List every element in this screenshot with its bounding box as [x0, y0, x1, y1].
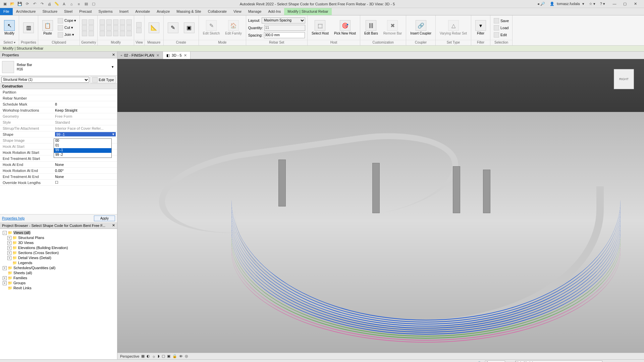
cope-button[interactable]: Cope ▾	[56, 17, 77, 24]
property-row[interactable]: Hook At EndNone	[0, 162, 117, 168]
paste-button[interactable]: 📋Paste	[40, 19, 55, 36]
properties-button[interactable]: ▥	[21, 22, 36, 34]
sun-path-icon[interactable]: ☼	[152, 354, 155, 358]
spacing-input[interactable]	[264, 32, 305, 38]
layout-select[interactable]: Maximum Spacing	[262, 17, 305, 23]
browser-close-button[interactable]: ✕	[112, 223, 115, 228]
edit-bars-button[interactable]: |||Edit Bars	[362, 19, 380, 36]
select-host-button[interactable]: ⬚Select Host	[310, 19, 331, 36]
copy-icon[interactable]	[100, 25, 105, 31]
create-group-button[interactable]: ▣	[182, 22, 197, 34]
tree-node[interactable]: +📁 Families	[1, 276, 116, 281]
property-row[interactable]: Stirrup/Tie AttachmentInterior Face of C…	[0, 125, 117, 131]
array-icon[interactable]	[113, 31, 118, 36]
shadows-icon[interactable]: ◗	[158, 354, 160, 358]
shape-option[interactable]: 99 -1	[54, 148, 111, 153]
shape-option[interactable]: 01	[54, 143, 111, 148]
crop-view-icon[interactable]: ▢	[162, 354, 165, 358]
scale-icon[interactable]	[120, 25, 125, 31]
load-selection-button[interactable]: Load	[492, 24, 510, 31]
shape-option[interactable]: 99 -2	[54, 153, 111, 158]
thin-lines-icon[interactable]: ≡	[76, 1, 82, 7]
tree-node[interactable]: +📁 Sections (Cross Section)	[1, 250, 116, 255]
tree-node[interactable]: −📁 Views (all)	[1, 230, 116, 235]
property-value[interactable]: Free Form	[54, 114, 117, 118]
tab-massing[interactable]: Massing & Site	[173, 8, 204, 15]
text-icon[interactable]: A	[61, 1, 67, 7]
mod-icon-a[interactable]	[126, 19, 132, 25]
geom-icon-1[interactable]	[82, 19, 87, 25]
type-selector[interactable]: Rebar BarH16 ▾	[0, 58, 117, 76]
modify-button[interactable]: ↖Modify	[2, 19, 17, 36]
property-value[interactable]: Keep Straight	[54, 108, 117, 112]
property-value[interactable]: Interior Face of Cover Refer...	[54, 126, 117, 130]
tree-node[interactable]: +📁 Detail Views (Detail)	[1, 255, 116, 260]
shape-option[interactable]: 00	[54, 139, 111, 143]
redo-icon[interactable]: ↷	[39, 1, 45, 7]
edit-selection-button[interactable]: Edit	[492, 32, 510, 38]
view-icon-1[interactable]	[136, 22, 142, 27]
infocenter-icon[interactable]: ◂ 🔎	[536, 1, 546, 7]
property-row[interactable]: StyleStandard	[0, 119, 117, 125]
mod-icon-b[interactable]	[126, 25, 132, 31]
geom-icon-5[interactable]	[89, 25, 94, 31]
property-row[interactable]: End Treatment At EndNone	[0, 174, 117, 180]
tab-manage[interactable]: Manage	[245, 8, 265, 15]
property-row[interactable]: Rebar Number	[0, 95, 117, 101]
close-button[interactable]: ✕	[631, 1, 640, 7]
property-row[interactable]: GeometryFree Form	[0, 113, 117, 119]
geom-icon-3[interactable]	[82, 31, 87, 36]
help-icon[interactable]: ? ▾	[599, 1, 606, 7]
property-row[interactable]: Workshop InstructionsKeep Straight	[0, 107, 117, 113]
sync-icon[interactable]: ⟳	[24, 1, 30, 7]
tree-node[interactable]: +📁 Elevations (Building Elevation)	[1, 245, 116, 250]
save-selection-button[interactable]: Save	[492, 17, 510, 24]
instance-filter-select[interactable]: Structural Rebar (1)	[1, 77, 89, 83]
tree-node[interactable]: +📁 Structural Plans	[1, 235, 116, 240]
tree-node[interactable]: +📁 Groups	[1, 281, 116, 286]
property-value[interactable]: None	[54, 163, 117, 167]
measure-icon[interactable]: 📏	[54, 1, 60, 7]
home-icon[interactable]: ⌂	[68, 1, 74, 7]
align-icon[interactable]	[113, 25, 118, 31]
properties-close-button[interactable]: ✕	[112, 53, 115, 57]
property-value[interactable]: 0.00°	[54, 169, 117, 173]
geom-icon-4[interactable]	[89, 19, 94, 25]
scale-input[interactable]	[485, 361, 505, 362]
mod-icon-c[interactable]	[126, 31, 132, 36]
pick-new-host-button[interactable]: 🎯Pick New Host	[332, 19, 358, 36]
navigation-cube[interactable]: RIGHT	[614, 69, 634, 89]
tab-architecture[interactable]: Architecture	[13, 8, 39, 15]
edit-family-button[interactable]: 🏠Edit Family	[223, 19, 244, 36]
print-icon[interactable]: 🖨	[46, 1, 52, 7]
tab-precast[interactable]: Precast	[76, 8, 95, 15]
scale-label[interactable]: Perspective	[120, 354, 139, 358]
geom-icon-6[interactable]	[89, 31, 94, 36]
varying-set-button[interactable]: △Varying Rebar Set	[438, 19, 469, 36]
property-value[interactable]: 99 -1▾	[54, 132, 117, 136]
save-icon[interactable]: 💾	[17, 1, 23, 7]
geom-icon-2[interactable]	[82, 25, 87, 31]
visual-style-icon[interactable]: ◐	[147, 354, 150, 358]
project-browser[interactable]: −📁 Views (all)+📁 Structural Plans+📁 3D V…	[0, 229, 117, 359]
remove-bar-button[interactable]: ✖Remove Bar	[381, 19, 404, 36]
open-icon[interactable]: 📂	[9, 1, 15, 7]
join-button[interactable]: Join ▾	[56, 32, 77, 38]
move-icon[interactable]	[100, 19, 105, 25]
quantity-input[interactable]	[264, 25, 305, 31]
edit-type-button[interactable]: Edit Type	[91, 76, 116, 83]
workset-input[interactable]	[515, 361, 602, 362]
3d-viewport[interactable]: RIGHT	[117, 59, 644, 353]
view-tab-finish-plan[interactable]: ▫02 - FINISH PLAN✕	[117, 52, 163, 59]
measure-button[interactable]: 📐	[147, 22, 161, 34]
tree-node[interactable]: 📁 Sheets (all)	[1, 270, 116, 276]
tab-analyze[interactable]: Analyze	[153, 8, 173, 15]
delete-icon[interactable]	[120, 31, 125, 36]
property-value[interactable]: None	[54, 175, 117, 179]
tab-steel[interactable]: Steel	[61, 8, 76, 15]
property-row[interactable]: Shape99 -1▾	[0, 131, 117, 137]
user-icon[interactable]: 👤 tomasz.fudala ▾	[548, 1, 586, 7]
tree-node[interactable]: +📁 Schedules/Quantities (all)	[1, 265, 116, 270]
temp-hide-icon[interactable]: 👁	[179, 354, 183, 358]
close-tab-icon[interactable]: ✕	[184, 53, 187, 58]
